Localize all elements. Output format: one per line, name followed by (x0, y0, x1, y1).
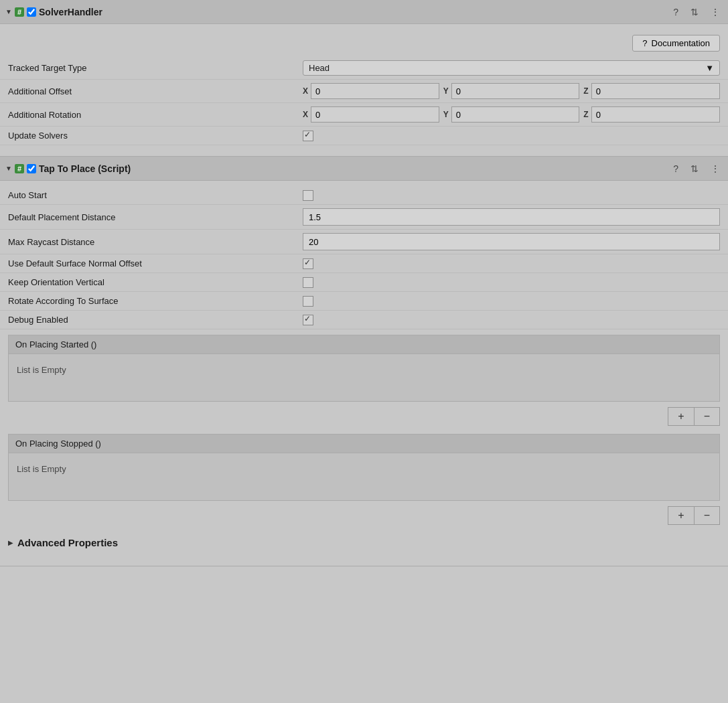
use-default-surface-normal-offset-value (303, 258, 720, 269)
default-placement-distance-row: Default Placement Distance (0, 205, 728, 230)
additional-rotation-y-item: Y (443, 106, 580, 123)
tracked-target-type-value: Head ▼ (303, 60, 720, 76)
additional-offset-label: Additional Offset (8, 86, 303, 96)
doc-question-icon: ? (642, 38, 647, 48)
solver-handler-enabled-checkbox[interactable] (27, 7, 36, 17)
additional-rotation-z-item: Z (583, 106, 720, 123)
auto-start-checkbox[interactable] (303, 190, 313, 201)
additional-offset-x-input[interactable] (311, 83, 439, 99)
solver-handler-title: SolverHandler (39, 7, 102, 17)
tap-to-place-collapse-arrow[interactable]: ▼ (5, 165, 12, 172)
additional-rotation-value: X Y Z (303, 106, 720, 123)
tap-to-place-more-button[interactable]: ⋮ (708, 162, 723, 175)
debug-enabled-checkbox[interactable] (303, 315, 313, 325)
additional-rotation-z-label: Z (583, 110, 588, 119)
solver-handler-body: ? Documentation Tracked Target Type Head… (0, 24, 728, 151)
solver-handler-collapse-arrow[interactable]: ▼ (5, 8, 12, 15)
additional-rotation-x-input[interactable] (311, 106, 439, 123)
update-solvers-checkbox[interactable] (303, 131, 313, 141)
auto-start-label: Auto Start (8, 190, 303, 200)
auto-start-row: Auto Start (0, 186, 728, 205)
additional-offset-y-item: Y (443, 83, 580, 99)
tap-to-place-help-button[interactable]: ? (670, 162, 681, 175)
tracked-target-type-row: Tracked Target Type Head ▼ (0, 57, 728, 80)
additional-rotation-xyz: X Y Z (303, 106, 720, 123)
on-placing-stopped-empty-text: List is Empty (17, 464, 66, 474)
tap-to-place-block: ▼ # Tap To Place (Script) ? ⇅ ⋮ Auto Sta… (0, 157, 728, 566)
max-raycast-distance-label: Max Raycast Distance (8, 237, 303, 247)
update-solvers-value (303, 131, 720, 141)
solver-handler-more-button[interactable]: ⋮ (708, 5, 723, 19)
tap-to-place-header: ▼ # Tap To Place (Script) ? ⇅ ⋮ (0, 157, 728, 181)
keep-orientation-vertical-checkbox[interactable] (303, 277, 313, 288)
additional-offset-z-input[interactable] (591, 83, 720, 99)
additional-offset-z-item: Z (583, 83, 720, 99)
solver-handler-header: ▼ # SolverHandler ? ⇅ ⋮ (0, 0, 728, 24)
rotate-according-to-surface-row: Rotate According To Surface (0, 292, 728, 311)
max-raycast-distance-row: Max Raycast Distance (0, 230, 728, 254)
on-placing-stopped-body: List is Empty (9, 453, 719, 500)
advanced-properties-arrow: ▶ (8, 539, 13, 546)
additional-rotation-y-label: Y (443, 110, 449, 119)
on-placing-started-section: On Placing Started () List is Empty (8, 335, 720, 402)
solver-handler-settings-button[interactable]: ⇅ (688, 5, 701, 19)
on-placing-stopped-header: On Placing Stopped () (9, 435, 719, 453)
on-placing-started-remove-button[interactable]: − (694, 407, 720, 426)
additional-offset-x-item: X (303, 83, 439, 99)
debug-enabled-value (303, 315, 720, 325)
additional-offset-value: X Y Z (303, 83, 720, 99)
additional-offset-y-input[interactable] (451, 83, 580, 99)
solver-handler-hash-badge: # (15, 7, 24, 17)
on-placing-stopped-footer: + − (0, 503, 728, 528)
additional-rotation-row: Additional Rotation X Y Z (0, 103, 728, 127)
solver-handler-help-button[interactable]: ? (670, 5, 681, 19)
additional-offset-row: Additional Offset X Y Z (0, 80, 728, 103)
tracked-target-type-selected: Head (309, 63, 330, 73)
debug-enabled-row: Debug Enabled (0, 311, 728, 329)
solver-handler-block: ▼ # SolverHandler ? ⇅ ⋮ ? Documentation … (0, 0, 728, 157)
on-placing-started-footer: + − (0, 404, 728, 428)
update-solvers-row: Update Solvers (0, 127, 728, 145)
max-raycast-distance-input[interactable] (303, 233, 720, 250)
rotate-according-to-surface-label: Rotate According To Surface (8, 296, 303, 306)
doc-button-label: Documentation (652, 38, 710, 48)
default-placement-distance-label: Default Placement Distance (8, 212, 303, 222)
tracked-target-type-chevron: ▼ (705, 63, 714, 73)
tap-to-place-body: Auto Start Default Placement Distance Ma… (0, 181, 728, 560)
update-solvers-label: Update Solvers (8, 131, 303, 141)
use-default-surface-normal-offset-row: Use Default Surface Normal Offset (0, 254, 728, 273)
additional-offset-z-label: Z (583, 86, 588, 96)
on-placing-stopped-section: On Placing Stopped () List is Empty (8, 434, 720, 501)
on-placing-started-add-button[interactable]: + (668, 407, 693, 426)
tap-to-place-settings-button[interactable]: ⇅ (688, 162, 701, 175)
tracked-target-type-dropdown[interactable]: Head ▼ (303, 60, 720, 76)
use-default-surface-normal-offset-checkbox[interactable] (303, 258, 313, 269)
on-placing-stopped-add-button[interactable]: + (668, 506, 693, 525)
debug-enabled-label: Debug Enabled (8, 315, 303, 325)
additional-offset-xyz: X Y Z (303, 83, 720, 99)
tracked-target-type-label: Tracked Target Type (8, 63, 303, 73)
on-placing-stopped-title: On Placing Stopped () (15, 439, 101, 449)
tap-to-place-hash-badge: # (15, 164, 24, 173)
default-placement-distance-input[interactable] (303, 208, 720, 226)
additional-offset-y-label: Y (443, 86, 449, 96)
solver-handler-doc-button[interactable]: ? Documentation (632, 35, 720, 52)
additional-rotation-x-label: X (303, 110, 308, 119)
on-placing-started-body: List is Empty (9, 354, 719, 401)
max-raycast-distance-value (303, 233, 720, 250)
on-placing-started-header: On Placing Started () (9, 335, 719, 354)
additional-rotation-x-item: X (303, 106, 439, 123)
keep-orientation-vertical-row: Keep Orientation Vertical (0, 273, 728, 292)
tap-to-place-enabled-checkbox[interactable] (27, 164, 36, 173)
additional-rotation-z-input[interactable] (591, 106, 720, 123)
advanced-properties-section[interactable]: ▶ Advanced Properties (0, 530, 728, 555)
on-placing-started-title: On Placing Started () (15, 339, 96, 349)
on-placing-stopped-remove-button[interactable]: − (694, 506, 720, 525)
keep-orientation-vertical-label: Keep Orientation Vertical (8, 277, 303, 287)
on-placing-started-empty-text: List is Empty (17, 365, 66, 375)
tap-to-place-title: Tap To Place (Script) (39, 163, 131, 174)
additional-rotation-y-input[interactable] (451, 106, 580, 123)
rotate-according-to-surface-checkbox[interactable] (303, 296, 313, 307)
auto-start-value (303, 190, 720, 201)
additional-rotation-label: Additional Rotation (8, 110, 303, 120)
